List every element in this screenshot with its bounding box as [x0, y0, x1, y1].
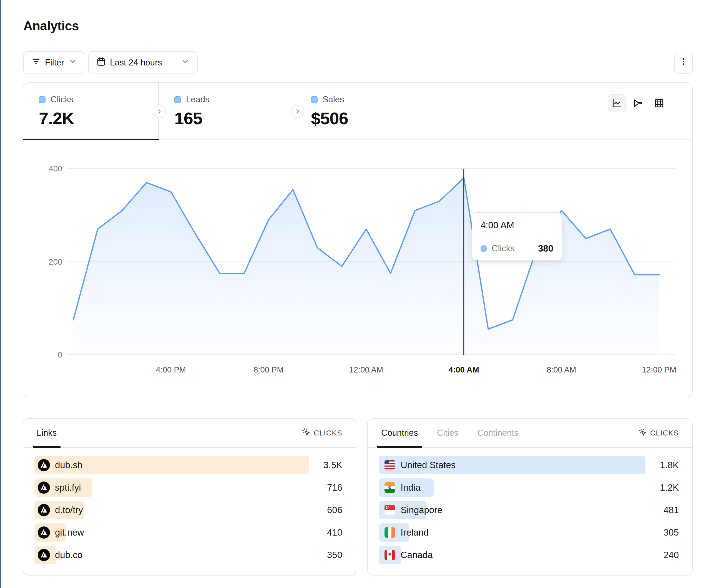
x-axis-tick: 12:00 AM — [349, 365, 383, 375]
leads-legend-square-icon — [174, 96, 181, 103]
country-clicks-value: 305 — [645, 527, 679, 538]
link-row[interactable]: git.new410 — [35, 523, 342, 542]
country-clicks-value: 240 — [645, 550, 679, 560]
link-label: spti.fyi — [55, 482, 81, 493]
link-clicks-value: 410 — [309, 527, 342, 538]
tab-sales[interactable]: Sales $506 — [295, 83, 435, 139]
tab-links[interactable]: Links — [35, 419, 58, 447]
clicks-area-chart[interactable] — [24, 150, 690, 372]
funnel-chart-icon — [633, 98, 643, 108]
x-axis-tick: 8:00 PM — [254, 365, 283, 375]
table-view-button[interactable] — [650, 94, 668, 112]
country-row[interactable]: India1.2K — [379, 478, 679, 497]
date-range-button[interactable]: Last 24 hours — [88, 51, 198, 74]
chart-tooltip: 4:00 AM Clicks 380 — [472, 212, 562, 261]
cursor-click-icon — [639, 428, 647, 438]
date-range-label: Last 24 hours — [110, 58, 162, 68]
country-label: Canada — [401, 550, 433, 560]
y-axis-tick: 200 — [23, 257, 62, 266]
tab-countries[interactable]: Countries — [380, 419, 420, 447]
link-row[interactable]: d.to/try606 — [35, 501, 342, 519]
x-axis-tick: 4:00 PM — [156, 365, 186, 375]
links-metric-label: CLICKS — [314, 429, 342, 437]
x-axis-tick: 12:00 PM — [642, 365, 676, 375]
country-clicks-value: 1.2K — [645, 482, 679, 493]
link-label: git.new — [55, 527, 84, 538]
tooltip-series-label: Clicks — [492, 244, 533, 253]
country-row[interactable]: United States1.8K — [379, 456, 679, 474]
table-grid-icon — [654, 98, 664, 108]
line-chart-icon — [612, 98, 622, 108]
x-axis-tick: 4:00 AM — [449, 365, 479, 375]
country-label: Ireland — [401, 527, 429, 538]
sales-legend-square-icon — [311, 96, 318, 103]
more-menu-button[interactable] — [674, 51, 693, 74]
country-clicks-value: 1.8K — [645, 460, 679, 470]
country-row[interactable]: Canada240 — [379, 546, 679, 564]
clicks-area-fill — [73, 178, 659, 355]
filter-lines-icon — [31, 57, 41, 68]
link-row[interactable]: spti.fyi716 — [35, 478, 342, 497]
filter-button[interactable]: Filter — [23, 51, 85, 74]
link-row[interactable]: dub.co350 — [35, 546, 342, 564]
metric-label: Clicks — [50, 95, 73, 105]
expand-leads-sales-button[interactable] — [291, 105, 304, 118]
link-row[interactable]: dub.sh3.5K — [35, 456, 342, 474]
metric-value: 7.2K — [39, 109, 158, 128]
kebab-menu-icon — [679, 57, 688, 68]
analytics-card: Clicks 7.2K Leads 165 Sales $506 — [23, 82, 693, 397]
flag-ireland-icon — [385, 527, 395, 538]
filter-button-label: Filter — [45, 58, 64, 68]
chart-type-switcher — [608, 94, 668, 112]
tab-links-label: Links — [37, 428, 57, 438]
links-panel: Links CLICKS dub.sh3.5Kspti.fyi716d.to/t… — [23, 418, 356, 575]
chevron-right-icon — [294, 108, 301, 115]
metric-label: Leads — [186, 95, 209, 105]
dub-logo-icon — [38, 526, 50, 539]
active-tab-underline — [23, 139, 159, 140]
link-label: dub.sh — [55, 460, 83, 470]
link-clicks-value: 3.5K — [309, 460, 342, 470]
x-axis-tick: 8:00 AM — [547, 365, 576, 375]
tooltip-value: 380 — [538, 243, 553, 254]
tab-clicks[interactable]: Clicks 7.2K — [23, 83, 159, 139]
flag-canada-icon — [385, 550, 395, 560]
metric-value: 165 — [174, 109, 295, 128]
funnel-view-button[interactable] — [629, 94, 647, 112]
tab-cities[interactable]: Cities — [435, 419, 460, 447]
tab-continents[interactable]: Continents — [476, 419, 520, 447]
y-axis-tick: 0 — [23, 350, 62, 359]
geo-metric-label: CLICKS — [650, 429, 679, 437]
dub-logo-icon — [38, 459, 50, 471]
country-label: Singapore — [401, 505, 442, 515]
flag-india-icon — [385, 482, 395, 493]
flag-united-states-icon — [385, 460, 395, 470]
tab-leads[interactable]: Leads 165 — [159, 83, 295, 139]
chevron-right-icon — [156, 108, 163, 115]
expand-clicks-leads-button[interactable] — [153, 105, 166, 118]
dub-logo-icon — [38, 481, 50, 494]
country-row[interactable]: Ireland305 — [379, 523, 679, 542]
chevron-down-icon — [69, 58, 77, 68]
clicks-legend-square-icon — [480, 246, 487, 252]
dub-logo-icon — [38, 549, 50, 561]
dub-logo-icon — [38, 504, 50, 516]
link-clicks-value: 606 — [309, 505, 342, 515]
metric-value: $506 — [311, 109, 435, 128]
clicks-legend-square-icon — [39, 96, 45, 103]
link-label: d.to/try — [55, 505, 83, 515]
geo-panel: CountriesCitiesContinents CLICKS United … — [367, 418, 693, 575]
metric-label: Sales — [323, 95, 344, 105]
calendar-icon — [96, 57, 106, 68]
tooltip-time: 4:00 AM — [472, 213, 562, 237]
link-label: dub.co — [55, 550, 83, 560]
country-row[interactable]: Singapore481 — [379, 501, 679, 519]
country-clicks-value: 481 — [645, 505, 679, 515]
line-chart-view-button[interactable] — [608, 94, 626, 112]
link-clicks-value: 716 — [309, 482, 342, 493]
link-clicks-value: 350 — [309, 550, 342, 560]
metric-tabs: Clicks 7.2K Leads 165 Sales $506 — [23, 83, 692, 140]
country-label: India — [401, 482, 421, 493]
flag-singapore-icon — [385, 505, 395, 515]
left-edge-accent — [0, 0, 1, 588]
